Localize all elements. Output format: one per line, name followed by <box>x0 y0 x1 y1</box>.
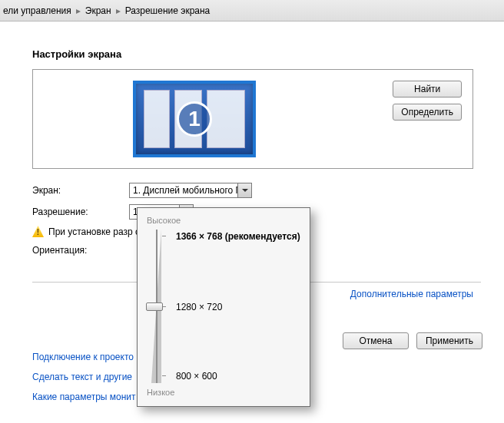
cancel-button[interactable]: Отмена <box>343 332 409 349</box>
screen-label: Экран: <box>32 185 129 196</box>
resolution-option-current[interactable]: 1280 × 720 <box>176 302 222 312</box>
find-button[interactable]: Найти <box>393 81 462 97</box>
resolution-slider[interactable] <box>147 230 167 383</box>
screen-select[interactable]: 1. Дисплей мобильного ПК <box>129 183 252 198</box>
resolution-option-low[interactable]: 800 × 600 <box>176 371 217 382</box>
breadcrumb: ели управления ▸ Экран ▸ Разрешение экра… <box>0 0 504 21</box>
identify-button[interactable]: Определить <box>393 104 462 121</box>
scale-high-label: Высокое <box>147 216 300 225</box>
scale-low-label: Низкое <box>147 388 300 397</box>
resolution-dropdown: Высокое 1366 × 768 (рекомендуется) 1280 … <box>137 207 310 407</box>
chevron-down-icon <box>237 183 251 197</box>
chevron-right-icon: ▸ <box>116 5 121 16</box>
monitor-thumbnail[interactable]: 1 <box>133 81 256 157</box>
resolution-label: Разрешение: <box>32 207 129 217</box>
breadcrumb-resolution[interactable]: Разрешение экрана <box>125 5 211 16</box>
breadcrumb-root[interactable]: ели управления <box>3 5 71 16</box>
chevron-right-icon: ▸ <box>76 5 81 16</box>
warning-icon <box>32 226 44 237</box>
resolution-option-recommended[interactable]: 1366 × 768 (рекомендуется) <box>176 231 300 242</box>
display-preview: 1 Найти Определить <box>32 69 473 169</box>
slider-thumb[interactable] <box>146 302 163 311</box>
orientation-label: Ориентация: <box>32 245 129 256</box>
screen-select-value: 1. Дисплей мобильного ПК <box>133 185 247 196</box>
breadcrumb-screen[interactable]: Экран <box>85 5 111 16</box>
monitor-number-badge: 1 <box>177 101 212 137</box>
apply-button[interactable]: Применить <box>416 332 482 349</box>
page-title: Настройки экрана <box>32 48 473 60</box>
